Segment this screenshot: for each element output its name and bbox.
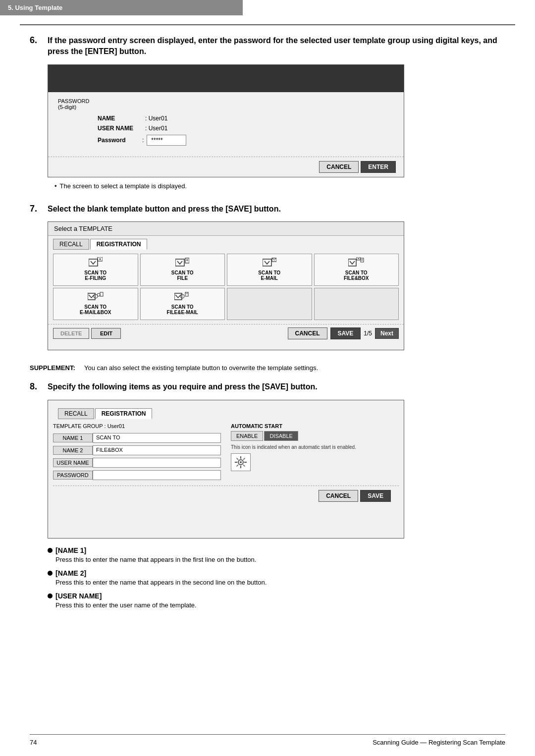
password-field-label: Password <box>98 137 142 144</box>
main-content: 6. If the password entry screen displaye… <box>0 25 535 643</box>
reg-inner: RECALL REGISTRATION TEMPLATE GROUP : Use… <box>48 400 404 511</box>
svg-rect-9 <box>348 259 356 266</box>
enter-button[interactable]: ENTER <box>361 161 396 173</box>
svg-line-28 <box>237 458 239 460</box>
step-6-number: 6. <box>30 35 46 46</box>
template-label-3: SCAN TOE-MAIL <box>258 270 280 281</box>
registration-screen: RECALL REGISTRATION TEMPLATE GROUP : Use… <box>48 400 404 539</box>
password-value-8 <box>93 470 221 480</box>
template-cell-1[interactable]: SCAN TOE-FILING <box>53 254 138 286</box>
name-label: NAME <box>98 115 142 122</box>
tab-registration-8[interactable]: REGISTRATION <box>95 408 153 419</box>
page-info: 1/5 <box>364 330 372 337</box>
password-label-8[interactable]: PASSWORD <box>53 471 93 480</box>
template-title: Select a TEMPLATE <box>48 222 404 236</box>
tab-registration[interactable]: REGISTRATION <box>90 239 148 250</box>
auto-icon-box <box>231 453 251 471</box>
reg-buttons: CANCEL SAVE <box>53 486 399 506</box>
username-label: USER NAME <box>98 125 142 132</box>
template-cell-7[interactable] <box>227 288 312 320</box>
disable-button[interactable]: DISABLE <box>264 431 298 441</box>
supplement: SUPPLEMENT: You can also select the exis… <box>30 364 505 372</box>
step-7-number: 7. <box>30 204 46 214</box>
footer: 74 Scanning Guide — Registering Scan Tem… <box>30 734 505 746</box>
svg-rect-12 <box>361 258 364 262</box>
step-6-note: • The screen to select a template is dis… <box>54 182 505 190</box>
username-field-row: USER NAME : User01 <box>98 125 394 132</box>
auto-start-btns: ENABLE DISABLE <box>231 431 399 441</box>
guide-text: Scanning Guide — Registering Scan Templa… <box>373 739 505 746</box>
tab-recall[interactable]: RECALL <box>53 239 89 250</box>
tab-recall-8[interactable]: RECALL <box>58 408 94 419</box>
auto-note: This icon is indicated when an automatic… <box>231 444 399 450</box>
item-username-title: [USER NAME] <box>48 592 505 600</box>
svg-point-2 <box>99 259 101 260</box>
cancel-button-8[interactable]: CANCEL <box>319 490 358 502</box>
svg-point-20 <box>180 294 184 298</box>
item-name2-title: [NAME 2] <box>48 569 505 577</box>
edit-button[interactable]: EDIT <box>91 328 121 339</box>
name2-value: FILE&BOX <box>93 445 221 455</box>
page-number: 74 <box>30 739 37 746</box>
step-8-number: 8. <box>30 381 46 392</box>
item-name1-title: [NAME 1] <box>48 546 505 554</box>
bullet-icon-3 <box>48 594 53 598</box>
tab-bar: RECALL REGISTRATION <box>48 236 404 250</box>
password-field-row: Password : ***** <box>98 135 394 146</box>
template-group-row: TEMPLATE GROUP : User01 <box>53 423 221 429</box>
svg-line-30 <box>243 458 245 460</box>
name2-label[interactable]: NAME 2 <box>53 446 93 455</box>
cancel-button-7[interactable]: CANCEL <box>288 327 327 339</box>
gear-icon <box>234 455 248 469</box>
svg-point-11 <box>358 258 359 259</box>
screen-buttons: CANCEL ENTER <box>48 157 404 177</box>
cancel-button[interactable]: CANCEL <box>319 161 359 173</box>
step-6: 6. If the password entry screen displaye… <box>30 35 505 190</box>
reg-right: AUTOMATIC START ENABLE DISABLE This icon… <box>231 423 399 483</box>
svg-rect-19 <box>174 293 182 300</box>
scan-efiling-icon <box>89 257 103 268</box>
save-button-7[interactable]: SAVE <box>330 327 361 339</box>
template-label-2: SCAN TOFILE <box>171 270 194 281</box>
template-select-screen: Select a TEMPLATE RECALL REGISTRATION <box>48 221 404 350</box>
template-cell-6[interactable]: SCAN TOFILE&E-MAIL <box>140 288 225 320</box>
svg-rect-18 <box>100 292 103 296</box>
svg-line-29 <box>243 465 245 467</box>
scan-file-icon <box>175 257 189 268</box>
template-group-value: User01 <box>107 423 125 429</box>
auto-start-label: AUTOMATIC START <box>231 423 399 429</box>
supplement-text: You can also select the existing templat… <box>84 364 318 372</box>
right-buttons: CANCEL SAVE 1/5 Next <box>288 327 399 339</box>
item-name2-desc: Press this to enter the name that appear… <box>55 579 505 586</box>
name2-row: NAME 2 FILE&BOX <box>53 445 221 455</box>
svg-line-31 <box>237 465 239 467</box>
save-button-8[interactable]: SAVE <box>360 490 391 502</box>
bullet-icon-2 <box>48 571 53 576</box>
step-6-header: 6. If the password entry screen displaye… <box>30 35 505 57</box>
template-label-4: SCAN TOFILE&BOX <box>344 270 369 281</box>
enable-button[interactable]: ENABLE <box>231 431 263 441</box>
name-field-row: NAME : User01 <box>98 115 394 122</box>
item-name1: [NAME 1] Press this to enter the name th… <box>48 546 505 563</box>
password-input[interactable]: ***** <box>147 135 186 146</box>
reg-left: TEMPLATE GROUP : User01 NAME 1 SCAN TO N… <box>53 423 221 483</box>
username-label-8[interactable]: USER NAME <box>53 458 93 467</box>
next-button[interactable]: Next <box>375 328 399 339</box>
template-cell-3[interactable]: SCAN TOE-MAIL <box>227 254 312 286</box>
step-8-text: Specify the following items as you requi… <box>48 381 318 392</box>
template-cell-2[interactable]: SCAN TOFILE <box>140 254 225 286</box>
scan-fileemail-icon <box>174 291 190 302</box>
name1-label[interactable]: NAME 1 <box>53 433 93 442</box>
template-label-1: SCAN TOE-FILING <box>84 270 107 281</box>
template-cell-4[interactable]: SCAN TOFILE&BOX <box>314 254 399 286</box>
template-cell-8[interactable] <box>314 288 399 320</box>
password-screen: PASSWORD (5-digit) NAME : User01 USER NA… <box>48 64 404 177</box>
svg-rect-3 <box>175 259 184 266</box>
template-grid: SCAN TOE-FILING SCAN TOFILE <box>48 250 404 324</box>
delete-button[interactable]: DELETE <box>53 328 89 339</box>
name-value: : User01 <box>145 115 167 122</box>
template-group-label: TEMPLATE GROUP <box>53 423 103 429</box>
svg-point-17 <box>97 293 100 296</box>
template-cell-5[interactable]: SCAN TOE-MAIL&BOX <box>53 288 138 320</box>
supplement-label: SUPPLEMENT: <box>30 364 79 372</box>
